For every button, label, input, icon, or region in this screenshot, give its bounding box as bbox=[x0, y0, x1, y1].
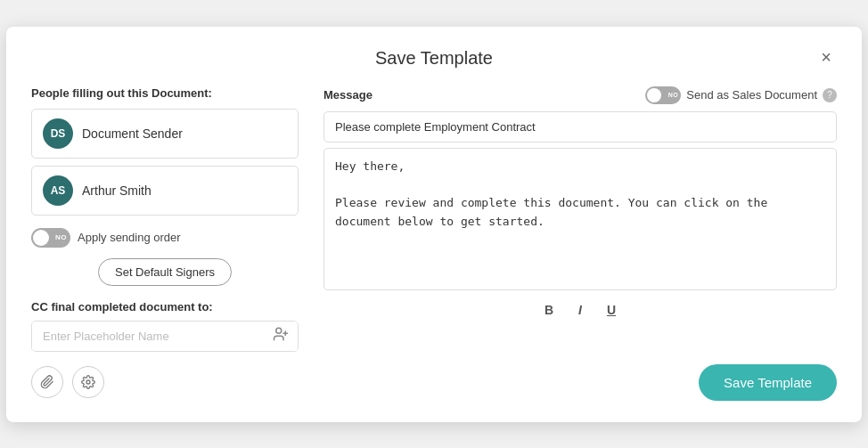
modal-overlay: Save Template × People filling out this … bbox=[0, 0, 868, 448]
right-panel: Message NO Send as Sales Document ? Hey … bbox=[323, 86, 837, 352]
person-item-document-sender: DS Document Sender bbox=[31, 109, 299, 159]
italic-button[interactable]: I bbox=[573, 301, 587, 319]
cc-label: CC final completed document to: bbox=[31, 300, 299, 314]
person-name-as: Arthur Smith bbox=[82, 183, 151, 198]
left-panel: People filling out this Document: DS Doc… bbox=[31, 86, 299, 352]
message-label: Message bbox=[323, 88, 373, 102]
modal-footer: Save Template bbox=[31, 364, 837, 401]
subject-input[interactable] bbox=[323, 111, 837, 143]
set-default-signers-button[interactable]: Set Default Signers bbox=[98, 258, 232, 286]
avatar-ds: DS bbox=[43, 118, 73, 149]
underline-button[interactable]: U bbox=[602, 301, 621, 319]
save-template-button[interactable]: Save Template bbox=[699, 364, 837, 401]
svg-point-3 bbox=[86, 380, 90, 384]
modal-header: Save Template × bbox=[31, 48, 837, 69]
svg-point-0 bbox=[276, 328, 282, 333]
message-header: Message NO Send as Sales Document ? bbox=[323, 86, 837, 104]
body-textarea[interactable]: Hey there, Please review and complete th… bbox=[323, 148, 837, 290]
people-section-label: People filling out this Document: bbox=[31, 86, 299, 100]
modal-title: Save Template bbox=[375, 48, 493, 69]
sales-doc-text: Send as Sales Document bbox=[686, 88, 817, 102]
person-item-arthur-smith: AS Arthur Smith bbox=[31, 166, 299, 216]
formatting-bar: B I U bbox=[323, 301, 837, 319]
toggle-no-label: NO bbox=[55, 233, 67, 241]
cc-input[interactable] bbox=[32, 322, 298, 351]
attachment-button[interactable] bbox=[31, 366, 63, 398]
avatar-as: AS bbox=[43, 175, 73, 206]
sending-order-row: NO Apply sending order bbox=[31, 228, 299, 248]
bold-button[interactable]: B bbox=[539, 301, 559, 319]
cc-input-wrap bbox=[31, 321, 299, 352]
sales-doc-toggle-knob bbox=[647, 88, 661, 102]
sales-doc-row: NO Send as Sales Document ? bbox=[645, 86, 837, 104]
person-name-ds: Document Sender bbox=[82, 126, 183, 141]
modal-container: Save Template × People filling out this … bbox=[6, 27, 862, 422]
sales-doc-toggle[interactable]: NO bbox=[645, 86, 681, 104]
add-person-icon bbox=[273, 326, 289, 346]
sending-order-toggle[interactable]: NO bbox=[31, 228, 70, 248]
toggle-knob bbox=[33, 230, 49, 246]
close-button[interactable]: × bbox=[815, 46, 837, 68]
sending-order-label: Apply sending order bbox=[78, 231, 181, 244]
settings-button[interactable] bbox=[72, 366, 104, 398]
help-icon[interactable]: ? bbox=[823, 88, 837, 102]
modal-body: People filling out this Document: DS Doc… bbox=[31, 86, 837, 352]
footer-left bbox=[31, 366, 104, 398]
sales-doc-no-label: NO bbox=[668, 92, 679, 98]
